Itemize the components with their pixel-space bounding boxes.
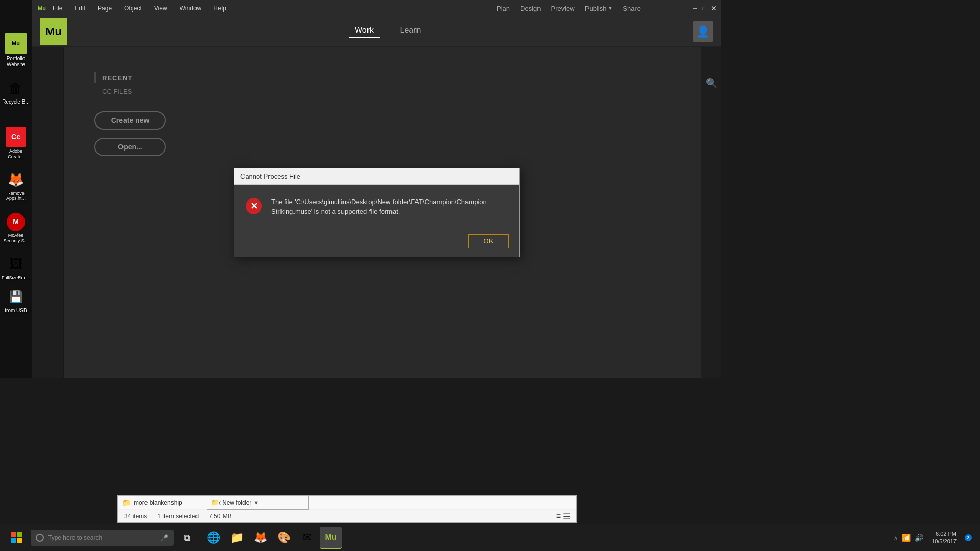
firefox-taskbar-icon: 🦊 — [254, 531, 267, 544]
recycle-label: Recycle B... — [2, 99, 29, 105]
nav-back-icon[interactable]: ‹ — [218, 498, 221, 507]
tab-bar: Work Learn — [77, 26, 693, 38]
firefox-icon: 🦊 — [7, 171, 25, 189]
taskbar-muse[interactable]: Mu — [320, 527, 342, 549]
nav-plan[interactable]: Plan — [497, 5, 510, 12]
desktop-icon-usb[interactable]: 💾 from USB — [1, 286, 31, 316]
muse-main-logo: Mu — [40, 18, 67, 45]
explorer-nav-arrows: ‹ › — [218, 495, 249, 510]
ok-button[interactable]: OK — [468, 234, 509, 248]
ie-icon: 🌐 — [207, 531, 220, 544]
file-size: 7.50 MB — [209, 513, 232, 520]
top-toolbar: Mu Work Learn 👤 — [32, 16, 721, 47]
status-bar: 34 items 1 item selected 7.50 MB ≡ ☰ — [117, 510, 577, 523]
nav-publish[interactable]: Publish▼ — [585, 5, 613, 12]
taskbar-mail[interactable]: ✉ — [296, 527, 318, 549]
list-view-icon[interactable]: ≡ — [556, 512, 561, 521]
dialog-overlay: Cannot Process File ✕ The file 'C:\Users… — [32, 47, 721, 378]
tray-expand-icon[interactable]: ∧ — [894, 535, 898, 541]
mcafee-icon: M — [7, 213, 25, 231]
taskbar-search-placeholder: Type here to search — [48, 534, 102, 541]
dialog-footer: OK — [234, 229, 519, 257]
svg-rect-0 — [11, 532, 16, 537]
microphone-icon[interactable]: 🎤 — [160, 534, 168, 542]
taskbar: Type here to search 🎤 ⧉ 🌐 📁 🦊 🎨 ✉ Mu ∧ 📶… — [0, 524, 980, 551]
svg-rect-3 — [17, 538, 22, 543]
menu-page[interactable]: Page — [95, 4, 114, 13]
details-view-icon[interactable]: ☰ — [563, 512, 570, 521]
folder-icon-1: 📁 — [122, 498, 131, 507]
nav-preview[interactable]: Preview — [551, 5, 574, 12]
system-clock[interactable]: 6:02 PM 10/5/2017 — [927, 528, 961, 548]
portfolio-icon: Mu — [5, 33, 27, 54]
menu-window[interactable]: Window — [178, 4, 204, 13]
nav-design[interactable]: Design — [520, 5, 541, 12]
taskbar-search[interactable]: Type here to search 🎤 — [31, 530, 174, 546]
mcafee-label: McAfee Security S... — [2, 233, 30, 244]
work-tab-label: Work — [355, 26, 374, 35]
selected-count: 1 item selected — [157, 513, 199, 520]
usb-label: from USB — [5, 308, 27, 314]
taskbar-explorer[interactable]: 📁 — [226, 527, 248, 549]
photoshop-icon: 🎨 — [277, 531, 291, 544]
taskbar-photoshop[interactable]: 🎨 — [273, 527, 295, 549]
error-x: ✕ — [250, 201, 258, 212]
notification-button[interactable]: 3 — [965, 534, 972, 541]
menu-file[interactable]: File — [51, 4, 64, 13]
desktop-icon-adobe-cc[interactable]: Cc Adobe Creati... — [1, 124, 31, 162]
clock-time: 6:02 PM — [932, 530, 957, 538]
maximize-button[interactable]: □ — [701, 5, 708, 12]
taskbar-ie[interactable]: 🌐 — [202, 527, 225, 549]
view-toggle: ≡ ☰ — [556, 512, 570, 521]
usb-icon: 💾 — [7, 288, 25, 306]
task-view-button[interactable]: ⧉ — [176, 527, 198, 549]
dialog-title-bar: Cannot Process File — [234, 168, 519, 185]
minimize-button[interactable]: ─ — [692, 5, 699, 12]
network-icon[interactable]: 📶 — [902, 534, 911, 542]
clock-date: 10/5/2017 — [932, 538, 957, 545]
menu-object[interactable]: Object — [122, 4, 144, 13]
close-button[interactable]: ✕ — [710, 5, 717, 12]
file-explorer-row-1: 📁 more blankenship — [117, 495, 577, 510]
windows-logo-icon — [11, 532, 22, 543]
recycle-bin-icon: 🗑 — [7, 79, 25, 97]
ok-button-label: OK — [484, 237, 494, 245]
menu-edit[interactable]: Edit — [72, 4, 87, 13]
desktop-icon-mcafee[interactable]: M McAfee Security S... — [1, 211, 31, 246]
error-circle-icon: ✕ — [246, 198, 262, 214]
svg-rect-1 — [17, 532, 22, 537]
taskbar-firefox[interactable]: 🦊 — [249, 527, 272, 549]
portrait-icon: 🖼 — [7, 255, 25, 273]
main-area: RECENT CC FILES Create new Open... 🔍 — [32, 47, 721, 378]
adobe-cc-icon: Cc — [6, 127, 26, 147]
breadcrumb-folder-icon: 📁 — [211, 499, 219, 506]
system-tray: ∧ 📶 🔊 6:02 PM 10/5/2017 3 — [894, 528, 976, 548]
desktop-icon-recycle[interactable]: 🗑 Recycle B... — [1, 77, 31, 107]
menu-view[interactable]: View — [152, 4, 169, 13]
start-button[interactable] — [4, 525, 29, 550]
desktop-icon-portfolio[interactable]: Mu Portfolio Website — [1, 31, 31, 70]
mail-icon: ✉ — [303, 531, 312, 544]
muse-window: Mu File Edit Page Object View Window Hel… — [32, 0, 721, 378]
desktop-icon-firefox[interactable]: 🦊 Remove Apps.ht... — [1, 169, 31, 204]
task-view-icon: ⧉ — [184, 533, 190, 543]
portrait-label: FullSizeRen... — [2, 275, 30, 281]
menu-bar: File Edit Page Object View Window Help — [51, 4, 497, 13]
firefox-label: Remove Apps.ht... — [2, 191, 30, 202]
svg-rect-2 — [11, 538, 16, 543]
tab-work[interactable]: Work — [349, 26, 380, 38]
learn-tab-label: Learn — [400, 26, 421, 35]
profile-avatar[interactable]: 👤 — [693, 21, 713, 42]
window-controls: ─ □ ✕ — [692, 5, 717, 12]
adobe-cc-label: Adobe Creati... — [2, 148, 30, 160]
dialog-title-text: Cannot Process File — [240, 172, 300, 180]
breadcrumb-dropdown-icon[interactable]: ▼ — [253, 499, 259, 506]
desktop-icon-portrait[interactable]: 🖼 FullSizeRen... — [1, 253, 31, 283]
nav-share[interactable]: Share — [623, 5, 641, 12]
explorer-icon: 📁 — [230, 531, 244, 544]
menu-help[interactable]: Help — [211, 4, 228, 13]
error-icon-container: ✕ — [244, 197, 263, 215]
volume-icon[interactable]: 🔊 — [915, 534, 923, 542]
tab-learn[interactable]: Learn — [400, 26, 421, 38]
nav-forward-icon[interactable]: › — [222, 498, 225, 507]
